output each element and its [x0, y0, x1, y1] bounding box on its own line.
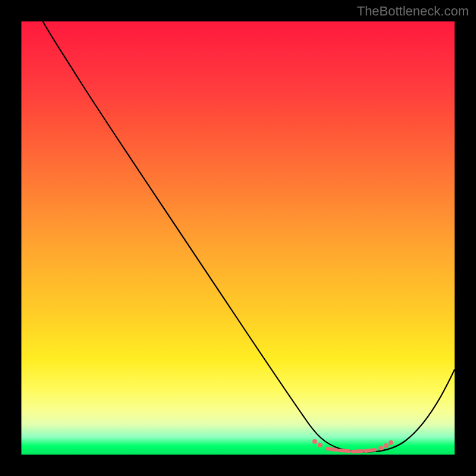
highlight-dash: [352, 451, 362, 452]
highlight-dash: [339, 450, 349, 451]
highlight-dot: [384, 443, 389, 448]
bottleneck-curve: [43, 21, 455, 452]
highlight-dot: [312, 439, 317, 444]
highlight-dot: [389, 440, 393, 445]
highlight-dash: [365, 450, 375, 451]
highlight-dash: [327, 449, 336, 450]
curve-svg: [21, 21, 455, 455]
watermark-text: TheBottleneck.com: [357, 4, 469, 19]
highlight-dot: [378, 446, 383, 450]
highlight-dot: [318, 443, 322, 447]
plot-area: [21, 21, 455, 455]
